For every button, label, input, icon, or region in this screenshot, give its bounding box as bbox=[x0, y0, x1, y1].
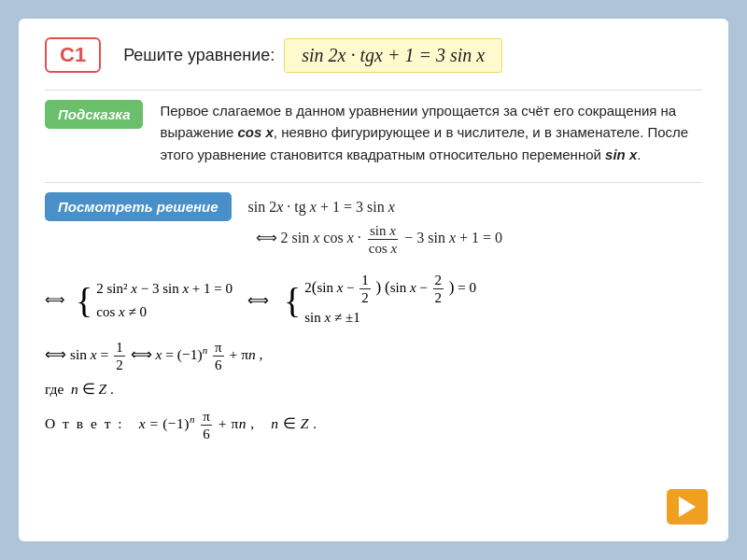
hint-badge[interactable]: Подсказка bbox=[45, 100, 143, 129]
main-card: C1 Решите уравнение: sin 2x · tgx + 1 = … bbox=[19, 19, 728, 541]
system-2: { 2(sin x − 1 2 ) (sin x − 2 2 bbox=[284, 272, 476, 330]
answer-line: О т в е т : x = (−1)n π 6 + πn , n ∈ Z . bbox=[45, 408, 702, 442]
where-line: где n ∈ Z . bbox=[45, 377, 702, 401]
brace-2: { bbox=[284, 283, 301, 318]
frac-pi-6-answer: π 6 bbox=[201, 408, 212, 442]
sys1-line2: cos x ≠ 0 bbox=[96, 301, 233, 325]
solution-row: Посмотреть решение sin 2x · tg x + 1 = 3… bbox=[45, 192, 702, 257]
hint-block: Подсказка Первое слагаемое в данном урав… bbox=[45, 100, 702, 165]
sys1-line1: 2 sin² x − 3 sin x + 1 = 0 bbox=[96, 277, 233, 301]
solution-button[interactable]: Посмотреть решение bbox=[45, 192, 232, 221]
solution-line-1: sin 2x · tg x + 1 = 3 sin x bbox=[248, 192, 503, 222]
task-label: Решите уравнение: bbox=[123, 46, 275, 65]
system-2-lines: 2(sin x − 1 2 ) (sin x − 2 2 ) = 0 bbox=[304, 272, 476, 330]
answer-label: О т в е т : bbox=[45, 415, 134, 431]
frac-pi-6: π 6 bbox=[213, 339, 224, 373]
separator-1 bbox=[45, 90, 702, 91]
header-row: C1 Решите уравнение: sin 2x · tgx + 1 = … bbox=[45, 37, 702, 73]
system-1: { 2 sin² x − 3 sin x + 1 = 0 cos x ≠ 0 bbox=[76, 277, 233, 325]
fraction-sinx-cosx: sin x cos x bbox=[367, 222, 399, 257]
big-solution-area: ⟺ { 2 sin² x − 3 sin x + 1 = 0 cos x ≠ 0… bbox=[45, 268, 702, 442]
iff-2: ⟺ bbox=[247, 287, 269, 313]
sys2-line2: sin x ≠ ±1 bbox=[304, 306, 476, 330]
iff-1: ⟺ bbox=[45, 288, 65, 313]
sys2-line1: 2(sin x − 1 2 ) (sin x − 2 2 ) = 0 bbox=[304, 272, 476, 306]
next-arrow-icon bbox=[679, 497, 696, 517]
brace-1: { bbox=[76, 283, 92, 318]
frac-half: 1 2 bbox=[359, 272, 371, 306]
solution-system-line: ⟺ { 2 sin² x − 3 sin x + 1 = 0 cos x ≠ 0… bbox=[45, 268, 702, 334]
system-1-lines: 2 sin² x − 3 sin x + 1 = 0 cos x ≠ 0 bbox=[96, 277, 233, 325]
frac-sqrt2: 2 2 bbox=[433, 272, 444, 306]
formula-title: sin 2x · tgx + 1 = 3 sin x bbox=[284, 38, 502, 73]
hint-text: Первое слагаемое в данном уравнении упро… bbox=[160, 100, 702, 165]
separator-2 bbox=[45, 182, 702, 183]
c1-badge: C1 bbox=[45, 37, 101, 73]
final-solution-line: ⟺ sin x = 1 2 ⟺ x = (−1)n π 6 + πn , bbox=[45, 339, 702, 373]
next-button[interactable] bbox=[667, 489, 708, 525]
frac-one-half-final: 1 2 bbox=[114, 339, 125, 373]
solution-formulas-top: sin 2x · tg x + 1 = 3 sin x ⟺ 2 sin x co… bbox=[248, 192, 503, 257]
solution-line-2: ⟺ 2 sin x cos x · sin x cos x − 3 sin x … bbox=[248, 222, 503, 257]
